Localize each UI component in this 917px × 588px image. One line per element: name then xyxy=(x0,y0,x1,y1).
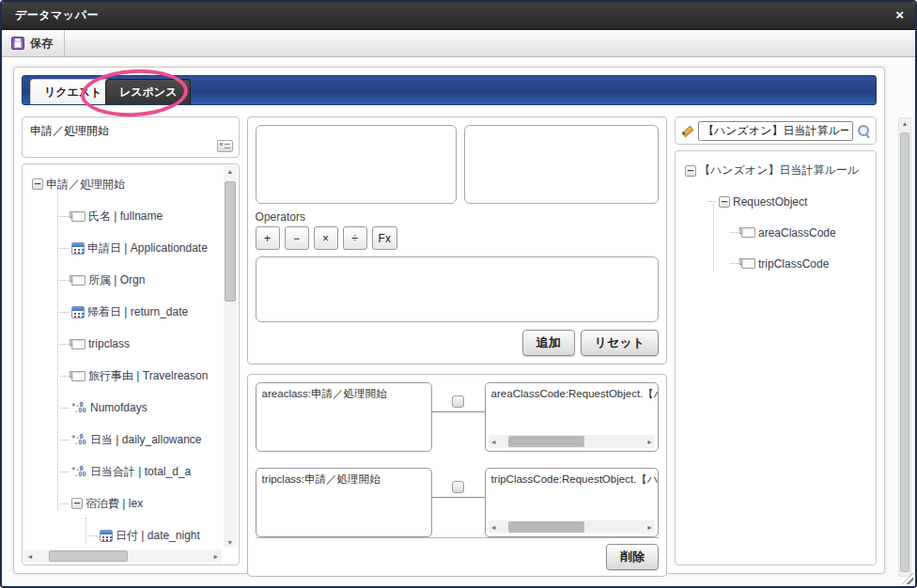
horizontal-scrollbar[interactable]: ◄ ► xyxy=(24,549,222,563)
save-button[interactable]: 保存 xyxy=(2,30,65,56)
tree-item-label: 日当合計 | total_d_a xyxy=(90,464,191,480)
tree-item[interactable]: +.0.00日当 | daily_allowance xyxy=(26,424,222,456)
tree-item[interactable]: 氏名 | fullname xyxy=(26,200,222,232)
mapping-connector xyxy=(432,382,485,452)
scrollbar-thumb[interactable] xyxy=(225,181,236,302)
minus-operator-button[interactable]: − xyxy=(285,226,309,250)
mapping-rows: areaclass:申請／処理開始areaClassCode:RequestOb… xyxy=(256,382,659,537)
calendar-icon xyxy=(71,242,85,255)
tree-item[interactable]: 日付 | date_night xyxy=(26,519,222,548)
tree-item[interactable]: 旅行事由 | Travelreason xyxy=(26,360,222,392)
tree-item[interactable]: −申請／処理開始 xyxy=(26,168,222,200)
list-icon[interactable] xyxy=(217,140,233,152)
scroll-down-icon[interactable]: ▼ xyxy=(224,539,237,546)
tree-item[interactable]: +.0.00Numofdays xyxy=(26,392,222,424)
mapping-connector xyxy=(432,468,485,537)
collapse-toggle-icon[interactable]: − xyxy=(719,196,730,208)
multiply-operator-button[interactable]: × xyxy=(314,226,338,250)
scroll-right-icon[interactable]: ► xyxy=(645,439,655,445)
scroll-up-icon[interactable]: ▲ xyxy=(899,120,910,127)
delete-button[interactable]: 削除 xyxy=(606,544,659,570)
vertical-scrollbar[interactable]: ▲ ▼ xyxy=(224,166,237,548)
tree-guide-line xyxy=(85,518,86,544)
mapping-source-box[interactable]: areaclass:申請／処理開始 xyxy=(256,382,432,452)
tree-item-label: 申請日 | Applicationdate xyxy=(87,240,208,256)
add-button[interactable]: 追加 xyxy=(522,330,575,356)
tree-item[interactable]: +.0.00日当合計 | total_d_a xyxy=(26,456,222,487)
mapping-target-box[interactable]: tripClassCode:RequestObject.【ハ】◄► xyxy=(485,468,659,537)
tree-item[interactable]: −宿泊費 | lex xyxy=(26,487,222,519)
tab-response[interactable]: レスポンス xyxy=(105,79,191,104)
operand-drop-zone-left[interactable] xyxy=(256,125,457,204)
source-header-box[interactable]: 申請／処理開始 xyxy=(22,116,240,158)
reset-button[interactable]: リセット xyxy=(581,330,659,356)
tree-item-label: areaClassCode xyxy=(758,226,836,240)
mapping-list-panel: areaclass:申請／処理開始areaClassCode:RequestOb… xyxy=(247,374,667,577)
expression-result-box[interactable] xyxy=(256,256,659,322)
scroll-up-icon[interactable]: ▲ xyxy=(224,168,237,175)
tab-request[interactable]: リクエスト xyxy=(30,79,116,104)
scrollbar-thumb[interactable] xyxy=(900,132,909,572)
tree-item-label: 日付 | date_night xyxy=(116,528,200,544)
collapse-toggle-icon[interactable]: − xyxy=(71,498,83,509)
rule-search-input[interactable] xyxy=(698,121,853,141)
scroll-right-icon[interactable]: ► xyxy=(645,524,655,531)
floppy-disk-icon xyxy=(11,37,24,50)
horizontal-scrollbar[interactable]: ◄► xyxy=(489,435,655,448)
mapping-target-box[interactable]: areaClassCode:RequestObject.【ハ◄► xyxy=(485,382,659,452)
expression-actions: 追加 リセット xyxy=(256,330,659,356)
search-icon[interactable] xyxy=(857,124,871,138)
operand-drop-zone-right[interactable] xyxy=(464,125,659,204)
tab-bar: リクエスト レスポンス xyxy=(22,75,877,105)
tree-guide-stub xyxy=(60,312,69,313)
tree-guide-stub xyxy=(60,440,69,441)
source-tree-box: −申請／処理開始氏名 | fullname申請日 | Applicationda… xyxy=(22,163,240,565)
scrollbar-thumb[interactable] xyxy=(508,436,584,447)
calendar-icon xyxy=(71,306,85,318)
horizontal-scrollbar[interactable]: ◄► xyxy=(489,520,655,534)
tree-guide-stub xyxy=(60,472,69,472)
toolbar: 保存 xyxy=(2,30,915,57)
tree-item-label: 帰着日 | return_date xyxy=(87,304,188,320)
window-title: データマッパー xyxy=(2,8,99,23)
tree-item[interactable]: areaClassCode xyxy=(679,217,872,248)
mapping-source-box[interactable]: tripclass:申請／処理開始 xyxy=(256,468,432,537)
tree-item-label: tripClassCode xyxy=(758,257,829,271)
tree-item[interactable]: 所属 | Orgn xyxy=(26,264,222,296)
collapse-toggle-icon[interactable]: − xyxy=(32,178,43,190)
tree-guide-stub xyxy=(707,201,716,202)
scroll-left-icon[interactable]: ◄ xyxy=(489,439,499,445)
data-mapper-dialog: データマッパー × 保存 リクエスト レスポンス 申請／処理開始 xyxy=(0,0,917,588)
scroll-left-icon[interactable]: ◄ xyxy=(24,553,36,560)
mapping-checkbox[interactable] xyxy=(452,395,464,408)
tree-item[interactable]: −【ハンズオン】日当計算ルール xyxy=(679,155,872,186)
tree-item[interactable]: 申請日 | Applicationdate xyxy=(26,232,222,264)
tree-item-label: 所属 | Orgn xyxy=(88,272,145,288)
divide-operator-button[interactable]: ÷ xyxy=(343,226,367,250)
tree-guide-stub xyxy=(60,376,69,377)
pencil-icon xyxy=(680,124,694,138)
scroll-left-icon[interactable]: ◄ xyxy=(489,524,499,531)
operand-row xyxy=(256,125,659,204)
plus-operator-button[interactable]: + xyxy=(256,226,280,250)
scrollbar-thumb[interactable] xyxy=(508,521,584,533)
number-icon: +.0.00 xyxy=(71,466,87,477)
tree-item[interactable]: tripClassCode xyxy=(679,248,872,279)
tree-item[interactable]: −RequestObject xyxy=(679,186,872,217)
dialog-content: リクエスト レスポンス 申請／処理開始 −申請／処理開始氏名 | fullnam… xyxy=(2,57,915,586)
mapper-columns: 申請／処理開始 −申請／処理開始氏名 | fullname申請日 | Appli… xyxy=(22,116,877,565)
collapse-toggle-icon[interactable]: − xyxy=(685,165,696,177)
tree-item-label: 氏名 | fullname xyxy=(88,209,163,224)
tree-item[interactable]: tripclass xyxy=(26,328,222,360)
tree-item-label: tripclass xyxy=(88,337,130,350)
dialog-vertical-scrollbar[interactable]: ▲ xyxy=(898,117,911,577)
tree-item[interactable]: 帰着日 | return_date xyxy=(26,296,222,328)
scroll-right-icon[interactable]: ► xyxy=(210,553,222,560)
scrollbar-thumb[interactable] xyxy=(49,550,128,562)
close-icon[interactable]: × xyxy=(895,7,904,23)
source-column: 申請／処理開始 −申請／処理開始氏名 | fullname申請日 | Appli… xyxy=(22,116,240,565)
function-operator-button[interactable]: Fx xyxy=(372,226,397,250)
mapping-checkbox[interactable] xyxy=(452,481,464,493)
text-field-icon xyxy=(71,211,85,222)
tree-guide-line xyxy=(713,204,714,271)
